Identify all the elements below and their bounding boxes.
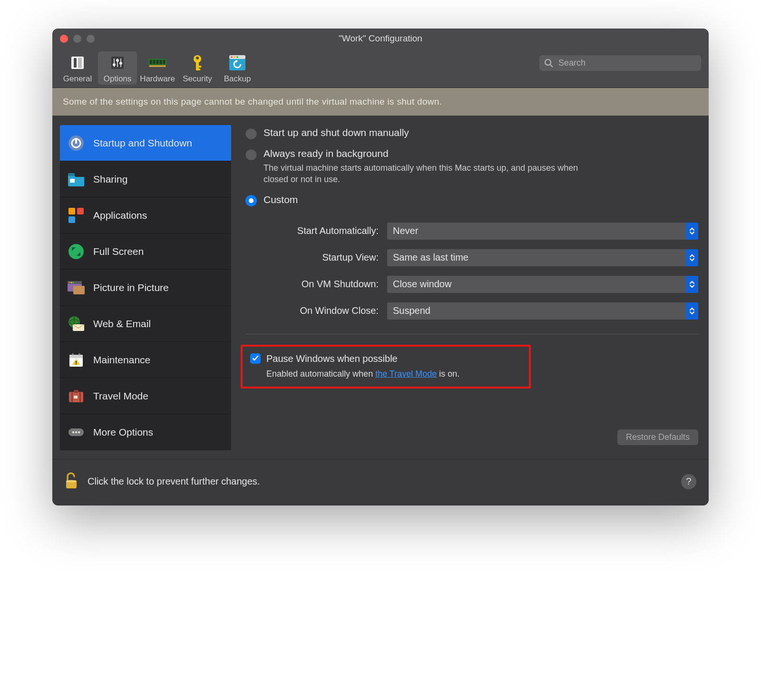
titlebar: "Work" Configuration bbox=[52, 29, 709, 49]
svg-rect-14 bbox=[159, 60, 162, 64]
svg-rect-16 bbox=[149, 65, 166, 67]
close-window-button[interactable] bbox=[60, 35, 68, 43]
window-title: "Work" Configuration bbox=[339, 33, 422, 44]
svg-rect-54 bbox=[71, 392, 73, 402]
svg-point-24 bbox=[231, 56, 233, 58]
radio-background[interactable]: Always ready in background The virtual m… bbox=[245, 148, 701, 185]
sidebar-item-startup-shutdown[interactable]: Startup and Shutdown bbox=[60, 125, 231, 161]
svg-point-59 bbox=[75, 431, 77, 433]
svg-rect-35 bbox=[77, 208, 84, 214]
svg-rect-34 bbox=[68, 208, 75, 214]
help-button[interactable]: ? bbox=[681, 474, 696, 489]
sidebar: Startup and Shutdown Sharing Application… bbox=[60, 125, 231, 450]
search-input[interactable] bbox=[557, 58, 696, 68]
svg-rect-22 bbox=[229, 58, 245, 70]
svg-rect-50 bbox=[76, 361, 77, 363]
ram-icon bbox=[148, 53, 167, 72]
lock-footer: Click the lock to prevent further change… bbox=[52, 459, 709, 506]
toolbar: General Options Hardware Security Backup bbox=[52, 49, 709, 88]
svg-rect-13 bbox=[156, 60, 158, 64]
tab-hardware[interactable]: Hardware bbox=[138, 51, 177, 85]
start-automatically-select[interactable]: Never bbox=[387, 223, 698, 240]
on-window-close-select[interactable]: Suspend bbox=[387, 302, 698, 320]
sidebar-item-label: Startup and Shutdown bbox=[93, 137, 192, 149]
pause-windows-row[interactable]: Pause Windows when possible bbox=[250, 353, 522, 364]
search-field[interactable] bbox=[539, 55, 701, 71]
sidebar-item-maintenance[interactable]: Maintenance bbox=[60, 342, 231, 378]
fullscreen-icon bbox=[67, 242, 86, 261]
lock-icon[interactable] bbox=[64, 471, 79, 492]
svg-point-7 bbox=[113, 63, 116, 66]
chevron-updown-icon bbox=[686, 302, 698, 320]
sidebar-item-travel-mode[interactable]: Travel Mode bbox=[60, 378, 231, 414]
svg-rect-43 bbox=[73, 286, 85, 294]
svg-rect-55 bbox=[79, 392, 81, 402]
on-vm-shutdown-select[interactable]: Close window bbox=[387, 276, 698, 293]
divider bbox=[245, 334, 699, 334]
checkbox-description: Enabled automatically when the Travel Mo… bbox=[266, 369, 522, 379]
select-value: Close window bbox=[387, 279, 451, 290]
svg-point-58 bbox=[72, 431, 74, 433]
sidebar-item-label: Picture in Picture bbox=[93, 282, 169, 293]
folder-icon bbox=[67, 170, 86, 189]
svg-rect-31 bbox=[75, 138, 77, 144]
svg-point-62 bbox=[66, 480, 77, 483]
switch-icon bbox=[68, 53, 87, 72]
svg-point-27 bbox=[545, 59, 551, 65]
radio-description: The virtual machine starts automatically… bbox=[263, 162, 596, 185]
highlighted-region: Pause Windows when possible Enabled auto… bbox=[241, 345, 531, 389]
svg-rect-47 bbox=[69, 355, 83, 358]
svg-rect-32 bbox=[68, 173, 75, 176]
field-label: On VM Shutdown: bbox=[245, 279, 379, 290]
field-label: Startup View: bbox=[245, 252, 379, 263]
configuration-window: "Work" Configuration General Options Har… bbox=[52, 29, 709, 506]
sidebar-item-label: Maintenance bbox=[93, 354, 150, 366]
radio-manual[interactable]: Start up and shut down manually bbox=[245, 127, 701, 139]
svg-rect-1 bbox=[74, 58, 77, 68]
svg-point-8 bbox=[116, 59, 119, 62]
svg-rect-15 bbox=[163, 60, 165, 64]
pip-icon bbox=[67, 278, 86, 297]
tab-options[interactable]: Options bbox=[98, 51, 137, 85]
sidebar-item-picture-in-picture[interactable]: Picture in Picture bbox=[60, 270, 231, 306]
sidebar-item-applications[interactable]: Applications bbox=[60, 197, 231, 233]
svg-rect-53 bbox=[74, 390, 78, 393]
chevron-updown-icon bbox=[686, 223, 698, 240]
svg-rect-2 bbox=[78, 58, 82, 68]
sidebar-item-label: Sharing bbox=[93, 174, 127, 185]
sidebar-item-web-email[interactable]: Web & Email bbox=[60, 306, 231, 342]
radio-custom[interactable]: Custom bbox=[245, 194, 701, 206]
search-icon bbox=[544, 58, 554, 68]
sidebar-item-sharing[interactable]: Sharing bbox=[60, 161, 231, 197]
select-value: Never bbox=[387, 225, 418, 236]
chevron-updown-icon bbox=[686, 276, 698, 293]
window-controls bbox=[60, 35, 95, 43]
svg-point-41 bbox=[71, 282, 72, 283]
tab-backup[interactable]: Backup bbox=[218, 51, 257, 85]
sidebar-item-label: Full Screen bbox=[93, 246, 144, 257]
tab-general[interactable]: General bbox=[58, 51, 97, 85]
radio-button[interactable] bbox=[245, 149, 257, 160]
travel-mode-link[interactable]: the Travel Mode bbox=[375, 369, 437, 379]
svg-point-9 bbox=[119, 62, 122, 65]
svg-rect-0 bbox=[71, 57, 84, 69]
restore-defaults-button[interactable]: Restore Defaults bbox=[617, 429, 698, 445]
svg-rect-33 bbox=[70, 179, 75, 183]
radio-button[interactable] bbox=[245, 128, 257, 139]
sidebar-item-more-options[interactable]: More Options bbox=[60, 414, 231, 450]
zoom-window-button[interactable] bbox=[87, 35, 95, 43]
tab-security[interactable]: Security bbox=[178, 51, 217, 85]
svg-rect-20 bbox=[198, 66, 201, 68]
calendar-warning-icon bbox=[67, 350, 86, 369]
power-icon bbox=[67, 134, 86, 153]
radio-label: Start up and shut down manually bbox=[263, 127, 409, 138]
startup-view-select[interactable]: Same as last time bbox=[387, 249, 698, 266]
minimize-window-button[interactable] bbox=[73, 35, 81, 43]
radio-button[interactable] bbox=[245, 195, 257, 206]
svg-point-40 bbox=[69, 282, 70, 283]
svg-point-18 bbox=[196, 57, 199, 59]
sidebar-item-full-screen[interactable]: Full Screen bbox=[60, 233, 231, 270]
apps-icon bbox=[67, 206, 86, 225]
checkbox[interactable] bbox=[250, 353, 261, 364]
globe-mail-icon bbox=[67, 314, 86, 333]
